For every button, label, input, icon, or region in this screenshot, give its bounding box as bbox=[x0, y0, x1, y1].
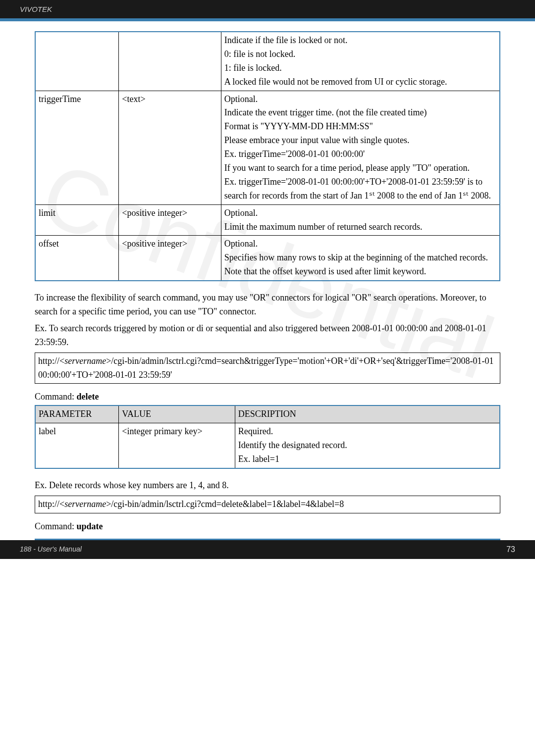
table-row: limit <positive integer> Optional. Limit… bbox=[35, 204, 500, 236]
header-cell: VALUE bbox=[119, 405, 235, 423]
table-header-row: PARAMETER VALUE DESCRIPTION bbox=[35, 405, 500, 423]
cmd-name: update bbox=[77, 521, 103, 531]
table-row: Indicate if the file is locked or not. 0… bbox=[35, 32, 500, 91]
header-cell: DESCRIPTION bbox=[235, 405, 500, 423]
url-example-box: http://<servername>/cgi-bin/admin/lsctrl… bbox=[35, 353, 500, 384]
cmd-prefix: Command: bbox=[35, 392, 77, 402]
value-cell: <positive integer> bbox=[119, 204, 221, 236]
desc-text: Indicate if the file is locked or not. 0… bbox=[224, 35, 447, 87]
param-cell bbox=[35, 32, 119, 91]
url-example-box: http://<servername>/cgi-bin/admin/lsctrl… bbox=[35, 496, 500, 513]
brand-label: VIVOTEK bbox=[20, 5, 52, 13]
param-cell: offset bbox=[35, 236, 119, 281]
table-row: label <integer primary key> Required. Id… bbox=[35, 423, 500, 468]
url-server: servername bbox=[64, 356, 106, 366]
param-cell: label bbox=[35, 423, 119, 468]
url-text: http://< bbox=[38, 356, 64, 366]
cmd-prefix: Command: bbox=[35, 521, 77, 531]
desc-cell: Optional. Specifies how many rows to ski… bbox=[221, 236, 500, 281]
url-text: >/cgi-bin/admin/lsctrl.cgi?cmd=search&tr… bbox=[38, 356, 494, 380]
value-cell: <integer primary key> bbox=[119, 423, 235, 468]
desc-text: Required. Identify the designated record… bbox=[238, 426, 347, 464]
desc-text: Optional. Specifies how many rows to ski… bbox=[224, 239, 488, 276]
command-label: Command: update bbox=[35, 521, 500, 532]
paragraph: To increase the flexibility of search co… bbox=[35, 291, 500, 319]
cmd-name: delete bbox=[77, 392, 99, 402]
url-text: http://< bbox=[38, 499, 64, 509]
desc-cell: Optional. Limit the maximum number of re… bbox=[221, 204, 500, 236]
command-label: Command: delete bbox=[35, 392, 500, 402]
desc-cell: Indicate if the file is locked or not. 0… bbox=[221, 32, 500, 91]
value-cell: <text> bbox=[119, 91, 221, 204]
table-row: triggerTime <text> Optional. Indicate th… bbox=[35, 91, 500, 204]
page-number: 73 bbox=[506, 545, 515, 554]
table-row: offset <positive integer> Optional. Spec… bbox=[35, 236, 500, 281]
desc-cell: Optional. Indicate the event trigger tim… bbox=[221, 91, 500, 204]
desc-text: Optional. Limit the maximum number of re… bbox=[224, 208, 423, 232]
value-cell: <positive integer> bbox=[119, 236, 221, 281]
url-server: servername bbox=[64, 499, 106, 509]
url-text: >/cgi-bin/admin/lsctrl.cgi?cmd=delete&la… bbox=[106, 499, 344, 509]
desc-text: Optional. Indicate the event trigger tim… bbox=[224, 94, 491, 201]
footer-left: 188 - User's Manual bbox=[20, 545, 82, 554]
param-cell: triggerTime bbox=[35, 91, 119, 204]
desc-cell: Required. Identify the designated record… bbox=[235, 423, 500, 468]
param-cell: limit bbox=[35, 204, 119, 236]
delete-params-table: PARAMETER VALUE DESCRIPTION label <integ… bbox=[35, 405, 500, 469]
page-footer: 188 - User's Manual 73 bbox=[0, 540, 535, 559]
paragraph: Ex. To search records triggered by motio… bbox=[35, 322, 500, 350]
header-cell: PARAMETER bbox=[35, 405, 119, 423]
page-header: VIVOTEK bbox=[0, 0, 535, 18]
paragraph: Ex. Delete records whose key numbers are… bbox=[35, 479, 500, 493]
search-params-table: Indicate if the file is locked or not. 0… bbox=[35, 31, 500, 281]
value-cell bbox=[119, 32, 221, 91]
